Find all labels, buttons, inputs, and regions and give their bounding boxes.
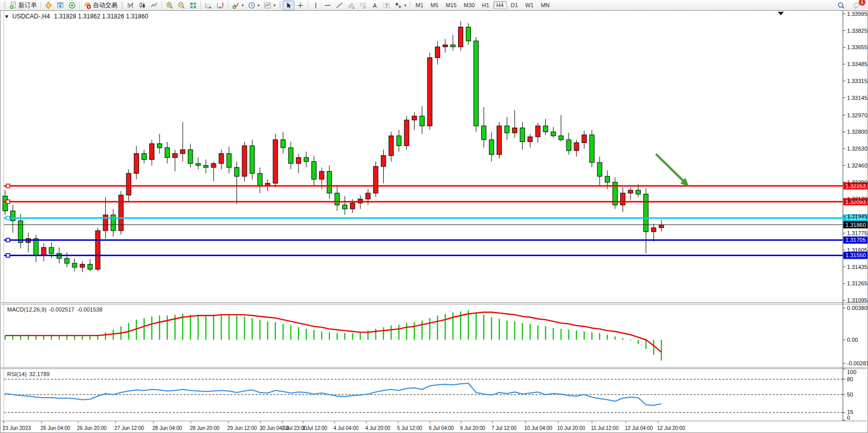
rsi-tick-label: 80 (847, 376, 853, 382)
line-anchor[interactable] (6, 200, 10, 203)
bull-candle (435, 47, 440, 57)
bear-candle (489, 140, 494, 155)
macd-value-signal: -0.001538 (77, 306, 103, 313)
vertical-line-button[interactable] (310, 1, 322, 10)
cursor-button[interactable] (283, 1, 294, 10)
chart-canvas[interactable]: 1.322531.320931.319281.317051.315501.318… (0, 10, 868, 433)
bear-candle (466, 27, 471, 41)
crosshair-button[interactable] (294, 1, 306, 10)
search-button[interactable] (835, 1, 847, 10)
indicators-list-icon (232, 2, 240, 9)
time-tick-label: 27 Jun 12:00 (114, 425, 144, 431)
zoom-out-icon (177, 2, 185, 9)
equidistant-channel-button[interactable]: E (345, 1, 357, 10)
timeframe-M15[interactable]: M15 (443, 1, 460, 9)
bear-candle (157, 143, 162, 148)
bear-candle (566, 140, 571, 151)
bear-candle (505, 126, 509, 133)
bull-candle (458, 27, 463, 47)
bull-candle (659, 225, 664, 228)
price-tick-label: 1.33825 (847, 28, 867, 34)
bull-candle (582, 135, 586, 142)
bear-candle (250, 146, 254, 173)
bull-candle (381, 156, 386, 167)
price-tick-label: 1.32970 (847, 112, 867, 118)
chart-shift-button[interactable] (214, 1, 226, 10)
zoom-in-button[interactable] (164, 1, 175, 10)
bull-candle (219, 154, 224, 163)
new-order-button[interactable]: 新订单 (7, 0, 39, 11)
candle-chart-mode-button[interactable] (136, 1, 148, 10)
toolbar-grip[interactable] (279, 2, 281, 9)
timeframe-H4[interactable]: H4 (494, 1, 507, 9)
chevron-down-icon[interactable]: ▾ (242, 3, 244, 8)
price-line[interactable] (4, 239, 843, 241)
bear-candle (605, 176, 609, 182)
timeframe-D1[interactable]: D1 (508, 1, 521, 9)
arrows-button[interactable]: ▾ (392, 1, 408, 10)
fibonacci-button[interactable]: F (357, 1, 369, 10)
bar-chart-mode-button[interactable] (125, 1, 136, 10)
mql-market-icon (45, 2, 52, 9)
bull-candle (320, 171, 324, 179)
bull-candle (497, 126, 502, 155)
notifications-button[interactable]: 1 (851, 1, 863, 10)
text-button[interactable]: A (369, 1, 381, 10)
chart-title: USDCAD-,H41.31828 1.31862 1.31826 1.3186… (12, 13, 148, 20)
tile-windows-button[interactable] (187, 1, 199, 10)
bear-candle (72, 263, 77, 267)
svg-text:T: T (385, 3, 388, 8)
symbol-dropdown-icon[interactable]: ▾ (5, 13, 8, 20)
time-tick-label: 5 Jul 12:00 (397, 425, 422, 431)
horizontal-line-button[interactable] (322, 1, 333, 10)
line-chart-mode-button[interactable] (148, 1, 160, 10)
charts-window-button[interactable] (54, 1, 66, 10)
templates-button[interactable]: ▾ (262, 1, 278, 10)
bull-candle (103, 215, 108, 231)
time-tick-label: 11 Jul 12:00 (591, 425, 619, 431)
line-anchor[interactable] (6, 184, 10, 188)
toolbar-grip[interactable] (121, 2, 123, 9)
bear-candle (165, 148, 170, 157)
indicators-list-button[interactable]: ▾ (230, 1, 246, 10)
price-line[interactable] (4, 255, 843, 256)
toolbar-separator (410, 1, 410, 9)
toolbar-separator (41, 1, 41, 9)
timeframe-M30[interactable]: M30 (461, 1, 478, 9)
time-tick-label: 10 Jul 20:00 (557, 425, 585, 431)
toolbar-grip[interactable] (4, 2, 6, 9)
periods-button[interactable]: ▾ (246, 1, 262, 10)
price-line[interactable] (4, 185, 843, 187)
text-label-button[interactable]: T (381, 1, 392, 10)
auto-trading-button[interactable]: 自动交易 (82, 0, 120, 11)
toolbar-separator (201, 1, 201, 9)
zoom-out-button[interactable] (175, 1, 187, 10)
timeframe-H1[interactable]: H1 (479, 1, 492, 9)
bull-candle (42, 248, 46, 255)
bear-candle (327, 171, 332, 193)
auto-scroll-button[interactable] (203, 1, 214, 10)
price-tick-label: 1.31095 (847, 297, 867, 303)
chevron-down-icon[interactable]: ▾ (273, 3, 275, 8)
time-tick-label: 12 Jul 20:00 (657, 425, 685, 431)
line-anchor[interactable] (6, 254, 10, 257)
mql-market-button[interactable] (43, 1, 54, 10)
timeframe-M5[interactable]: M5 (427, 1, 441, 9)
price-line[interactable] (4, 201, 843, 202)
trendline-button[interactable] (333, 1, 345, 10)
chevron-down-icon[interactable]: ▾ (404, 3, 406, 8)
timeframe-M1[interactable]: M1 (412, 1, 426, 9)
price-tick-label: 1.32630 (847, 146, 867, 152)
mt4-terminal: { "toolbar": { "groups": [ {"items": [{"… (0, 0, 868, 433)
price-tick-label: 1.31945 (847, 213, 867, 219)
bull-candle (350, 203, 355, 209)
chevron-down-icon[interactable]: ▾ (258, 3, 260, 8)
signals-button[interactable] (66, 1, 78, 10)
bear-candle (597, 162, 602, 176)
line-anchor[interactable] (6, 238, 10, 242)
timeframe-MN[interactable]: MN (538, 1, 553, 9)
timeframe-W1[interactable]: W1 (522, 1, 537, 9)
price-line[interactable] (4, 217, 843, 219)
line-anchor[interactable] (6, 216, 10, 220)
bull-candle (621, 193, 625, 205)
